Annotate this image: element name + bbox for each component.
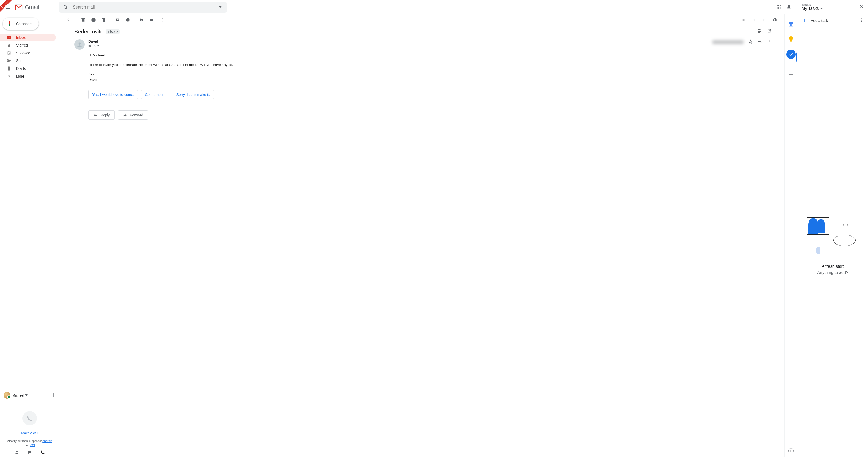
- add-task-label[interactable]: Add a task: [811, 19, 828, 23]
- move-to-button[interactable]: [136, 15, 147, 25]
- document-icon: [7, 66, 11, 71]
- tasks-empty-title: A fresh start: [822, 264, 844, 269]
- gear-icon: [772, 18, 777, 22]
- keep-icon: [788, 36, 794, 42]
- print-button[interactable]: [757, 29, 762, 34]
- open-in-new-icon: [767, 29, 771, 33]
- nav-item-starred[interactable]: Starred: [0, 41, 56, 49]
- hangouts-header[interactable]: Michael: [0, 390, 59, 401]
- star-outline-icon: [748, 39, 753, 44]
- bell-icon: [786, 5, 792, 10]
- hangouts-tab-phone[interactable]: [39, 450, 46, 456]
- notifications-button[interactable]: [784, 2, 794, 12]
- search-options-button[interactable]: [215, 2, 225, 12]
- active-addon-indicator: [797, 53, 797, 62]
- tasks-menu-button[interactable]: [859, 18, 864, 23]
- reply-icon-button[interactable]: [757, 39, 762, 45]
- search-input[interactable]: [71, 5, 215, 9]
- back-button[interactable]: [64, 15, 74, 25]
- svg-point-5: [780, 7, 781, 8]
- nav-label: Starred: [16, 43, 28, 47]
- tasks-empty-state: A fresh start Anything to add?: [798, 27, 868, 457]
- spam-button[interactable]: [88, 15, 99, 25]
- message-toolbar: 1 of 1: [59, 15, 784, 25]
- hangouts-section: Michael Make a call Also try our mobile …: [0, 390, 59, 457]
- phone-bubble: [23, 411, 37, 425]
- newer-button[interactable]: [749, 15, 759, 25]
- rail-get-addons-button[interactable]: [789, 72, 793, 78]
- product-logo[interactable]: Gmail: [15, 4, 59, 10]
- svg-point-7: [778, 8, 779, 9]
- reply-button[interactable]: Reply: [88, 110, 115, 120]
- smart-reply-chip[interactable]: Count me in!: [141, 90, 169, 99]
- new-conversation-button[interactable]: [52, 393, 56, 398]
- addon-rail: 31 i: [784, 15, 797, 457]
- make-call-link[interactable]: Make a call: [21, 431, 38, 435]
- settings-button[interactable]: [769, 15, 780, 25]
- reply-icon: [757, 39, 762, 44]
- message-body: Hi Michael, I'd like to invite you to ce…: [88, 53, 771, 83]
- search-bar[interactable]: [59, 2, 227, 13]
- nav-item-drafts[interactable]: Drafts: [0, 65, 56, 73]
- labels-button[interactable]: [147, 15, 157, 25]
- tasks-illustration: [807, 209, 859, 258]
- compose-button[interactable]: Compose: [3, 18, 39, 30]
- sender-name: David: [88, 39, 99, 44]
- nav-label: Inbox: [16, 35, 26, 39]
- tasks-list-switcher[interactable]: My Tasks: [802, 6, 823, 11]
- nav-item-more[interactable]: More: [0, 73, 56, 80]
- nav-item-snoozed[interactable]: Snoozed: [0, 49, 56, 57]
- sender-avatar[interactable]: [74, 39, 85, 50]
- svg-point-18: [769, 42, 770, 44]
- forward-button[interactable]: Forward: [118, 110, 148, 120]
- rail-calendar-button[interactable]: 31: [786, 20, 796, 29]
- archive-button[interactable]: [78, 15, 88, 25]
- reply-forward-row: Reply Forward: [88, 105, 771, 120]
- inbox-icon: [7, 35, 11, 40]
- tasks-header: TASKS My Tasks: [798, 0, 868, 15]
- rail-keep-button[interactable]: [786, 35, 796, 44]
- more-actions-button[interactable]: [157, 15, 167, 25]
- label-icon: [150, 18, 154, 22]
- rail-help-button[interactable]: i: [788, 448, 794, 453]
- call-placeholder: Make a call Also try our mobile apps for…: [0, 401, 59, 447]
- star-message-button[interactable]: [748, 39, 753, 45]
- ios-link[interactable]: iOS: [30, 444, 35, 447]
- clock-icon: [126, 18, 130, 22]
- delete-button[interactable]: [99, 15, 109, 25]
- person-icon: [14, 450, 19, 455]
- snooze-button[interactable]: [123, 15, 133, 25]
- android-link[interactable]: Android: [42, 439, 52, 442]
- apps-grid-icon: [776, 5, 781, 9]
- thread-label-text: Inbox: [107, 30, 115, 33]
- smart-reply-chip[interactable]: Yes, I would love to come.: [88, 90, 138, 99]
- apps-launcher-button[interactable]: [773, 2, 784, 12]
- svg-point-13: [162, 19, 163, 20]
- add-task-row: ＋ Add a task: [798, 15, 868, 27]
- add-task-button[interactable]: ＋: [802, 17, 807, 25]
- clock-icon: [7, 51, 11, 55]
- message-menu-button[interactable]: [767, 39, 771, 45]
- svg-point-8: [780, 8, 781, 9]
- smart-reply-chip[interactable]: Sorry, I can't make it.: [173, 90, 214, 99]
- svg-point-2: [780, 5, 781, 6]
- search-button[interactable]: [60, 2, 71, 12]
- rail-tasks-button[interactable]: [786, 50, 796, 59]
- nav-label: Sent: [16, 59, 24, 63]
- thread-label-chip[interactable]: Inbox ×: [106, 29, 120, 34]
- nav-label: Snoozed: [16, 51, 30, 55]
- tasks-close-button[interactable]: [859, 4, 864, 10]
- search-icon: [63, 5, 68, 10]
- caret-down-icon: [97, 45, 99, 47]
- svg-point-3: [777, 7, 778, 8]
- hangouts-tab-contacts[interactable]: [13, 450, 21, 455]
- recipients-summary[interactable]: to me: [88, 44, 99, 48]
- older-button[interactable]: [759, 15, 769, 25]
- open-new-button[interactable]: [767, 29, 771, 34]
- hangouts-tab-chat[interactable]: [26, 450, 33, 455]
- nav-item-sent[interactable]: Sent: [0, 57, 56, 65]
- nav-item-inbox[interactable]: Inbox: [0, 34, 56, 41]
- remove-label-button[interactable]: ×: [116, 30, 118, 34]
- nav-label: More: [16, 74, 24, 78]
- mark-unread-button[interactable]: [113, 15, 123, 25]
